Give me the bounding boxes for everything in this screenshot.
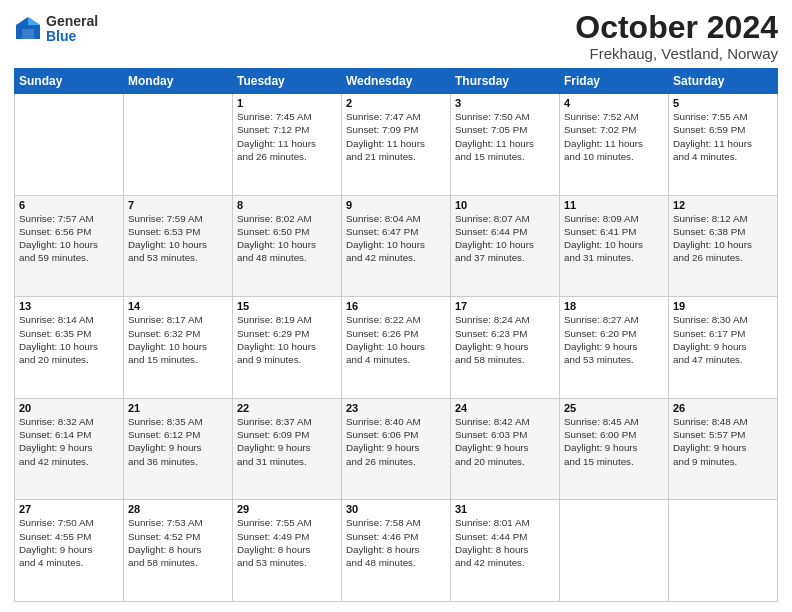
- day-info: Sunrise: 7:59 AM Sunset: 6:53 PM Dayligh…: [128, 212, 228, 265]
- logo-text: General Blue: [46, 14, 98, 45]
- day-info: Sunrise: 7:52 AM Sunset: 7:02 PM Dayligh…: [564, 110, 664, 163]
- day-info: Sunrise: 8:48 AM Sunset: 5:57 PM Dayligh…: [673, 415, 773, 468]
- day-info: Sunrise: 8:22 AM Sunset: 6:26 PM Dayligh…: [346, 313, 446, 366]
- day-info: Sunrise: 8:02 AM Sunset: 6:50 PM Dayligh…: [237, 212, 337, 265]
- day-info: Sunrise: 8:30 AM Sunset: 6:17 PM Dayligh…: [673, 313, 773, 366]
- page-title: October 2024: [575, 10, 778, 45]
- day-number: 10: [455, 199, 555, 211]
- day-number: 28: [128, 503, 228, 515]
- day-number: 4: [564, 97, 664, 109]
- day-number: 21: [128, 402, 228, 414]
- day-number: 11: [564, 199, 664, 211]
- calendar-cell: 13Sunrise: 8:14 AM Sunset: 6:35 PM Dayli…: [15, 297, 124, 399]
- day-info: Sunrise: 8:09 AM Sunset: 6:41 PM Dayligh…: [564, 212, 664, 265]
- day-number: 1: [237, 97, 337, 109]
- day-number: 26: [673, 402, 773, 414]
- calendar-body: 1Sunrise: 7:45 AM Sunset: 7:12 PM Daylig…: [15, 94, 778, 602]
- calendar-cell: 18Sunrise: 8:27 AM Sunset: 6:20 PM Dayli…: [560, 297, 669, 399]
- calendar-cell: 14Sunrise: 8:17 AM Sunset: 6:32 PM Dayli…: [124, 297, 233, 399]
- calendar-cell: 10Sunrise: 8:07 AM Sunset: 6:44 PM Dayli…: [451, 195, 560, 297]
- calendar-cell: [124, 94, 233, 196]
- weekday-header-thursday: Thursday: [451, 69, 560, 94]
- calendar-cell: 11Sunrise: 8:09 AM Sunset: 6:41 PM Dayli…: [560, 195, 669, 297]
- day-info: Sunrise: 7:55 AM Sunset: 4:49 PM Dayligh…: [237, 516, 337, 569]
- svg-marker-1: [28, 17, 40, 25]
- day-number: 18: [564, 300, 664, 312]
- week-row-5: 27Sunrise: 7:50 AM Sunset: 4:55 PM Dayli…: [15, 500, 778, 602]
- week-row-3: 13Sunrise: 8:14 AM Sunset: 6:35 PM Dayli…: [15, 297, 778, 399]
- calendar-cell: 27Sunrise: 7:50 AM Sunset: 4:55 PM Dayli…: [15, 500, 124, 602]
- calendar-cell: 9Sunrise: 8:04 AM Sunset: 6:47 PM Daylig…: [342, 195, 451, 297]
- calendar-cell: 22Sunrise: 8:37 AM Sunset: 6:09 PM Dayli…: [233, 398, 342, 500]
- day-info: Sunrise: 8:27 AM Sunset: 6:20 PM Dayligh…: [564, 313, 664, 366]
- calendar-cell: 8Sunrise: 8:02 AM Sunset: 6:50 PM Daylig…: [233, 195, 342, 297]
- calendar-cell: 29Sunrise: 7:55 AM Sunset: 4:49 PM Dayli…: [233, 500, 342, 602]
- day-info: Sunrise: 8:17 AM Sunset: 6:32 PM Dayligh…: [128, 313, 228, 366]
- day-info: Sunrise: 7:58 AM Sunset: 4:46 PM Dayligh…: [346, 516, 446, 569]
- day-info: Sunrise: 7:50 AM Sunset: 4:55 PM Dayligh…: [19, 516, 119, 569]
- day-info: Sunrise: 8:04 AM Sunset: 6:47 PM Dayligh…: [346, 212, 446, 265]
- day-number: 17: [455, 300, 555, 312]
- logo: General Blue: [14, 14, 98, 45]
- day-info: Sunrise: 7:53 AM Sunset: 4:52 PM Dayligh…: [128, 516, 228, 569]
- day-number: 24: [455, 402, 555, 414]
- day-info: Sunrise: 8:40 AM Sunset: 6:06 PM Dayligh…: [346, 415, 446, 468]
- calendar-cell: 25Sunrise: 8:45 AM Sunset: 6:00 PM Dayli…: [560, 398, 669, 500]
- title-block: October 2024 Frekhaug, Vestland, Norway: [575, 10, 778, 62]
- calendar-cell: 15Sunrise: 8:19 AM Sunset: 6:29 PM Dayli…: [233, 297, 342, 399]
- day-info: Sunrise: 8:42 AM Sunset: 6:03 PM Dayligh…: [455, 415, 555, 468]
- calendar-cell: 31Sunrise: 8:01 AM Sunset: 4:44 PM Dayli…: [451, 500, 560, 602]
- svg-rect-2: [22, 29, 34, 39]
- calendar-cell: 16Sunrise: 8:22 AM Sunset: 6:26 PM Dayli…: [342, 297, 451, 399]
- day-number: 7: [128, 199, 228, 211]
- weekday-header-tuesday: Tuesday: [233, 69, 342, 94]
- weekday-row: SundayMondayTuesdayWednesdayThursdayFrid…: [15, 69, 778, 94]
- calendar-cell: 6Sunrise: 7:57 AM Sunset: 6:56 PM Daylig…: [15, 195, 124, 297]
- day-number: 25: [564, 402, 664, 414]
- calendar-cell: 1Sunrise: 7:45 AM Sunset: 7:12 PM Daylig…: [233, 94, 342, 196]
- weekday-header-wednesday: Wednesday: [342, 69, 451, 94]
- day-info: Sunrise: 8:32 AM Sunset: 6:14 PM Dayligh…: [19, 415, 119, 468]
- calendar-cell: 26Sunrise: 8:48 AM Sunset: 5:57 PM Dayli…: [669, 398, 778, 500]
- day-info: Sunrise: 8:19 AM Sunset: 6:29 PM Dayligh…: [237, 313, 337, 366]
- day-number: 29: [237, 503, 337, 515]
- day-info: Sunrise: 7:45 AM Sunset: 7:12 PM Dayligh…: [237, 110, 337, 163]
- calendar-cell: 5Sunrise: 7:55 AM Sunset: 6:59 PM Daylig…: [669, 94, 778, 196]
- calendar-cell: 20Sunrise: 8:32 AM Sunset: 6:14 PM Dayli…: [15, 398, 124, 500]
- day-info: Sunrise: 8:07 AM Sunset: 6:44 PM Dayligh…: [455, 212, 555, 265]
- day-number: 19: [673, 300, 773, 312]
- day-info: Sunrise: 8:37 AM Sunset: 6:09 PM Dayligh…: [237, 415, 337, 468]
- calendar-cell: [560, 500, 669, 602]
- day-number: 5: [673, 97, 773, 109]
- day-number: 2: [346, 97, 446, 109]
- day-info: Sunrise: 7:55 AM Sunset: 6:59 PM Dayligh…: [673, 110, 773, 163]
- header: General Blue October 2024 Frekhaug, Vest…: [14, 10, 778, 62]
- day-number: 16: [346, 300, 446, 312]
- day-info: Sunrise: 8:24 AM Sunset: 6:23 PM Dayligh…: [455, 313, 555, 366]
- day-number: 6: [19, 199, 119, 211]
- week-row-2: 6Sunrise: 7:57 AM Sunset: 6:56 PM Daylig…: [15, 195, 778, 297]
- logo-blue: Blue: [46, 29, 98, 44]
- day-info: Sunrise: 7:57 AM Sunset: 6:56 PM Dayligh…: [19, 212, 119, 265]
- calendar-header: SundayMondayTuesdayWednesdayThursdayFrid…: [15, 69, 778, 94]
- day-number: 15: [237, 300, 337, 312]
- calendar-cell: 19Sunrise: 8:30 AM Sunset: 6:17 PM Dayli…: [669, 297, 778, 399]
- calendar-cell: 24Sunrise: 8:42 AM Sunset: 6:03 PM Dayli…: [451, 398, 560, 500]
- day-info: Sunrise: 7:50 AM Sunset: 7:05 PM Dayligh…: [455, 110, 555, 163]
- day-number: 9: [346, 199, 446, 211]
- calendar-cell: 3Sunrise: 7:50 AM Sunset: 7:05 PM Daylig…: [451, 94, 560, 196]
- day-number: 20: [19, 402, 119, 414]
- day-number: 13: [19, 300, 119, 312]
- day-info: Sunrise: 8:35 AM Sunset: 6:12 PM Dayligh…: [128, 415, 228, 468]
- day-number: 31: [455, 503, 555, 515]
- calendar-table: SundayMondayTuesdayWednesdayThursdayFrid…: [14, 68, 778, 602]
- weekday-header-saturday: Saturday: [669, 69, 778, 94]
- calendar-cell: 7Sunrise: 7:59 AM Sunset: 6:53 PM Daylig…: [124, 195, 233, 297]
- week-row-1: 1Sunrise: 7:45 AM Sunset: 7:12 PM Daylig…: [15, 94, 778, 196]
- logo-general: General: [46, 14, 98, 29]
- weekday-header-monday: Monday: [124, 69, 233, 94]
- weekday-header-sunday: Sunday: [15, 69, 124, 94]
- week-row-4: 20Sunrise: 8:32 AM Sunset: 6:14 PM Dayli…: [15, 398, 778, 500]
- logo-icon: [14, 15, 42, 43]
- calendar-cell: 12Sunrise: 8:12 AM Sunset: 6:38 PM Dayli…: [669, 195, 778, 297]
